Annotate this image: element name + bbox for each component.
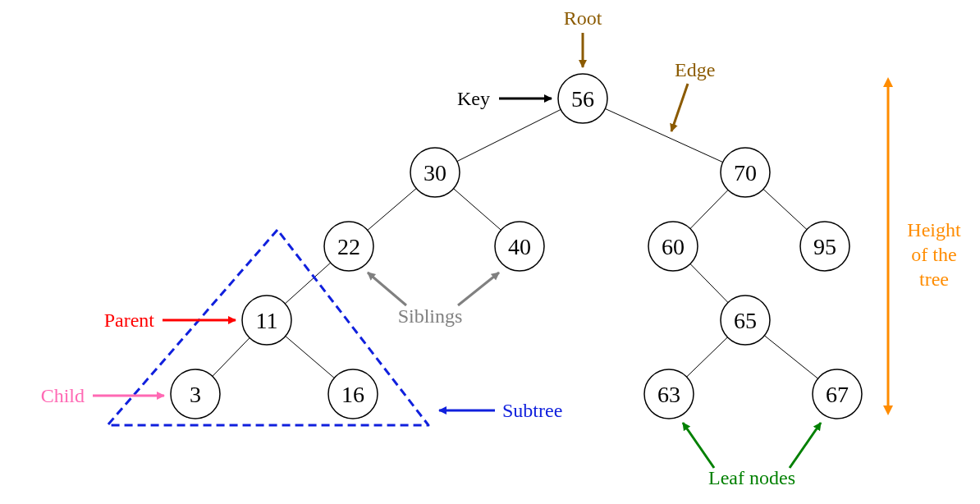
height-label-3: tree bbox=[919, 268, 949, 290]
node-3: 3 bbox=[171, 369, 220, 419]
parent-label: Parent bbox=[104, 309, 155, 331]
node-65: 65 bbox=[721, 296, 770, 345]
node-63-value: 63 bbox=[657, 382, 680, 407]
leaf-arrow-right-icon bbox=[790, 423, 821, 468]
svg-line-1 bbox=[583, 99, 745, 172]
leaf-arrow-left-icon bbox=[683, 423, 714, 468]
node-65-value: 65 bbox=[734, 308, 757, 333]
node-3-value: 3 bbox=[190, 382, 201, 407]
node-63: 63 bbox=[644, 369, 694, 419]
root-label: Root bbox=[564, 7, 602, 29]
node-40: 40 bbox=[495, 222, 544, 271]
node-67-value: 67 bbox=[826, 382, 849, 407]
siblings-arrow-right-icon bbox=[458, 273, 499, 305]
edge-arrow-icon bbox=[671, 84, 688, 131]
height-label-2: of the bbox=[911, 244, 956, 265]
node-56-value: 56 bbox=[571, 86, 594, 112]
node-22-value: 22 bbox=[337, 234, 360, 259]
node-16: 16 bbox=[328, 369, 378, 419]
child-label: Child bbox=[41, 385, 85, 406]
height-label-1: Height bbox=[907, 219, 961, 241]
node-67: 67 bbox=[813, 369, 862, 419]
siblings-label: Siblings bbox=[398, 305, 463, 327]
subtree-label: Subtree bbox=[502, 400, 562, 421]
node-70-value: 70 bbox=[734, 160, 757, 186]
key-label: Key bbox=[457, 88, 490, 109]
node-11-value: 11 bbox=[256, 308, 278, 333]
node-56: 56 bbox=[558, 74, 607, 123]
node-16-value: 16 bbox=[341, 382, 364, 407]
node-95-value: 95 bbox=[813, 234, 836, 259]
node-95: 95 bbox=[800, 222, 849, 271]
edge-label: Edge bbox=[675, 59, 715, 80]
node-70: 70 bbox=[721, 148, 770, 197]
node-30-value: 30 bbox=[424, 160, 446, 186]
node-40-value: 40 bbox=[508, 234, 531, 259]
leaf-label: Leaf nodes bbox=[708, 467, 795, 488]
node-60: 60 bbox=[648, 222, 698, 271]
node-60-value: 60 bbox=[662, 234, 685, 259]
tree-diagram: 56 30 70 22 40 60 95 11 65 3 16 63 bbox=[0, 0, 980, 504]
node-30: 30 bbox=[410, 148, 460, 197]
node-11: 11 bbox=[242, 296, 291, 345]
node-22: 22 bbox=[324, 222, 373, 271]
siblings-arrow-left-icon bbox=[368, 273, 406, 305]
